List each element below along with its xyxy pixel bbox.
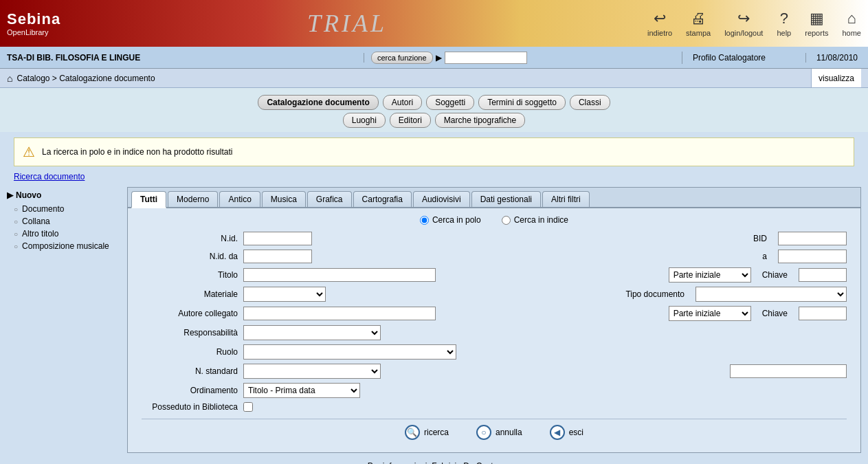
tab-soggetti[interactable]: Soggetti: [426, 95, 474, 110]
posseduto-checkbox[interactable]: [243, 402, 253, 412]
sidebar-item-documento[interactable]: ○Documento: [7, 203, 127, 215]
esci-button[interactable]: ◀ esci: [550, 425, 583, 440]
radio-cerca-polo[interactable]: Cerca in polo: [420, 215, 481, 225]
annulla-button[interactable]: ○ annulla: [476, 425, 522, 440]
tab-luoghi[interactable]: Luoghi: [343, 113, 386, 128]
a-input[interactable]: [778, 250, 847, 263]
stampa-label: stampa: [686, 29, 711, 37]
sidebar-item-composizione[interactable]: ○Composizione musicale: [7, 240, 127, 252]
annulla-icon: ○: [476, 425, 491, 440]
topbar: TSA-DI BIB. FILOSOFIA E LINGUE cerca fun…: [0, 47, 868, 69]
search-area: TuttiModernoAnticoMusicaGraficaCartograf…: [127, 187, 861, 453]
bullet-icon: ○: [14, 230, 18, 238]
sidebar-item-altro_titolo[interactable]: ○Altro titolo: [7, 228, 127, 240]
radio-polo-input[interactable]: [420, 216, 429, 225]
search-form: Cerca in polo Cerca in indice N.id. BID …: [128, 208, 860, 452]
radio-indice-input[interactable]: [502, 216, 511, 225]
ricerca-button[interactable]: 🔍 ricerca: [405, 425, 449, 440]
autore-collegato-input[interactable]: [243, 307, 436, 320]
visualizza-button[interactable]: visualizza: [811, 69, 861, 87]
reports-label: reports: [805, 29, 828, 37]
tab-marche[interactable]: Marche tipografiche: [435, 113, 525, 128]
materiale-row: Materiale Tipo documento: [142, 287, 847, 302]
responsabilita-select[interactable]: [243, 325, 381, 340]
n-standard-select[interactable]: [243, 364, 381, 379]
home-icon: ⌂: [7, 73, 12, 84]
tab-autori[interactable]: Autori: [383, 95, 422, 110]
ordinamento-select[interactable]: Titolo - Prima data: [243, 383, 360, 398]
chiave-titolo-input[interactable]: [799, 268, 847, 282]
tab-row-2: LuoghiEditoriMarche tipografiche: [0, 111, 868, 129]
tipo-documento-select[interactable]: [695, 287, 847, 302]
search-tab-cartografia[interactable]: Cartografia: [353, 191, 412, 207]
n-standard-label: N. standard: [142, 366, 238, 376]
profilo-area: Profilo Catalogatore: [682, 53, 806, 63]
nid-da-input[interactable]: [243, 250, 312, 263]
materiale-select[interactable]: [243, 287, 326, 302]
search-tab-musica[interactable]: Musica: [262, 191, 306, 207]
nav-reports[interactable]: ▦reports: [805, 10, 828, 37]
tab-termini[interactable]: Termini di soggetto: [478, 95, 566, 110]
chiave2-input[interactable]: [799, 307, 847, 320]
main-content: ▶ Nuovo ○Documento○Collana○Altro titolo○…: [0, 184, 868, 456]
search-tab-dati_gestionali[interactable]: Dati gestionali: [471, 191, 541, 207]
search-tab-audiovisivi[interactable]: Audiovisivi: [413, 191, 470, 207]
sidebar-item-collana[interactable]: ○Collana: [7, 215, 127, 228]
n-standard-value-input[interactable]: [730, 364, 847, 378]
autore-collegato-row: Autore collegato Parte iniziale Chiave: [142, 306, 847, 321]
bullet-icon: ○: [14, 218, 18, 225]
cerca-funzione-area: cerca funzione ▶: [364, 52, 682, 64]
cerca-funzione-input[interactable]: [445, 52, 527, 64]
login_logout-label: login/logout: [724, 29, 763, 37]
titolo-row: Titolo *Europa selvaggia Parte iniziale …: [142, 267, 847, 283]
annulla-label: annulla: [496, 428, 522, 437]
search-tab-antico[interactable]: Antico: [219, 191, 260, 207]
tab-classi[interactable]: Classi: [570, 95, 610, 110]
indietro-label: indietro: [647, 29, 672, 37]
cerca-funzione-button[interactable]: cerca funzione: [371, 52, 433, 64]
tab-row-1: Catalogazione documentoAutoriSoggettiTer…: [0, 93, 868, 111]
n-standard-row: N. standard: [142, 364, 847, 379]
search-tab-altri_filtri[interactable]: Altri filtri: [542, 191, 590, 207]
nav-login_logout[interactable]: ↪login/logout: [724, 10, 763, 37]
search-tab-moderno[interactable]: Moderno: [168, 191, 218, 207]
nid-bid-row: N.id. BID: [142, 232, 847, 245]
footer-text: Per informazioni: Fabrizio De Castro: [368, 461, 500, 464]
sidebar-nuovo: ▶ Nuovo: [7, 190, 127, 200]
nav-home[interactable]: ⌂home: [842, 10, 861, 37]
login_logout-icon: ↪: [737, 10, 750, 27]
nav-help[interactable]: ?help: [777, 10, 791, 37]
nid-input[interactable]: [243, 232, 312, 245]
logo-openlibrary: OpenLibrary: [7, 28, 60, 36]
radio-polo-label: Cerca in polo: [432, 215, 481, 225]
sidebar-nuovo-label: Nuovo: [16, 190, 41, 200]
radio-indice-label: Cerca in indice: [514, 215, 568, 225]
tab-editori[interactable]: Editori: [390, 113, 431, 128]
tipo-documento-label: Tipo documento: [620, 289, 690, 299]
ruolo-select[interactable]: [243, 344, 456, 360]
search-tab-grafica[interactable]: Grafica: [307, 191, 352, 207]
buttons-row: 🔍 ricerca ○ annulla ◀ esci: [142, 419, 847, 445]
autore-parte-iniziale-select[interactable]: Parte iniziale: [669, 306, 751, 321]
titolo-parte-iniziale-select[interactable]: Parte iniziale: [669, 267, 751, 283]
radio-cerca-indice[interactable]: Cerca in indice: [502, 215, 568, 225]
sidebar-item-label-collana: Collana: [22, 217, 50, 226]
ruolo-row: Ruolo: [142, 344, 847, 360]
chiave2-label: Chiave: [757, 309, 793, 318]
header: Sebina OpenLibrary TRIAL ↩indietro🖨stamp…: [0, 0, 868, 47]
responsabilita-row: Responsabilità: [142, 325, 847, 340]
ricerca-documento-link[interactable]: Ricerca documento: [14, 172, 854, 181]
a-label: a: [757, 252, 772, 261]
nav-stampa[interactable]: 🖨stampa: [686, 10, 711, 37]
posseduto-label: Posseduto in Biblioteca: [142, 402, 238, 412]
search-tabs: TuttiModernoAnticoMusicaGraficaCartograf…: [128, 188, 860, 208]
search-tab-tutti[interactable]: Tutti: [131, 191, 166, 208]
warning-message: La ricerca in polo e in indice non ha pr…: [42, 147, 233, 157]
bid-input[interactable]: [778, 232, 847, 245]
nav-indietro[interactable]: ↩indietro: [647, 10, 672, 37]
titolo-input[interactable]: *Europa selvaggia: [243, 268, 436, 282]
titolo-label: Titolo: [142, 270, 238, 280]
trial-title: TRIAL: [74, 9, 620, 38]
warning-box: ⚠ La ricerca in polo e in indice non ha …: [14, 137, 854, 166]
tab-catalogazione[interactable]: Catalogazione documento: [258, 95, 378, 110]
